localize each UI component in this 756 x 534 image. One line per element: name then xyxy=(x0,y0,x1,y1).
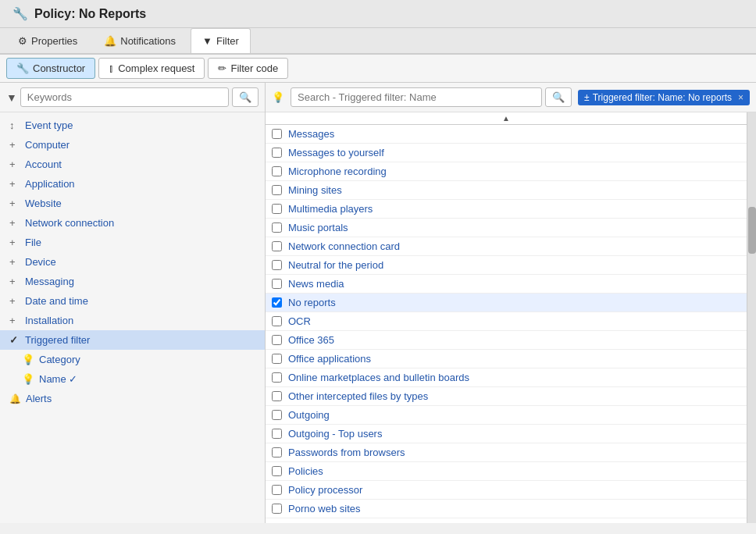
title-bar: 🔧 Policy: No Reports xyxy=(0,0,756,28)
scroll-thumb[interactable] xyxy=(748,207,756,254)
tree-list: ↕ Event type + Computer + Account + Appl… xyxy=(0,112,265,523)
properties-icon: ⚙ xyxy=(18,35,27,47)
bulb-icon-category: 💡 xyxy=(22,354,34,365)
keywords-input[interactable] xyxy=(20,87,229,107)
filter-code-button[interactable]: ✏ Filter code xyxy=(208,58,288,79)
list-item-office-365[interactable]: Office 365 xyxy=(266,331,747,350)
list-item-passwords-from-browsers[interactable]: Passwords from browsers xyxy=(266,443,747,462)
checkbox-network-connection-card[interactable] xyxy=(272,241,282,251)
tree-item-category[interactable]: 💡 Category xyxy=(0,350,265,369)
checkbox-outgoing[interactable] xyxy=(272,410,282,420)
list-item-messages[interactable]: Messages xyxy=(266,125,747,144)
items-list: ▲ Messages Messages to yourself Micropho… xyxy=(266,112,747,523)
right-search-bar: 💡 🔍 ± Triggered filter: Name: No reports… xyxy=(266,83,756,112)
list-item-other-intercepted[interactable]: Other intercepted files by types xyxy=(266,387,747,406)
tree-item-device[interactable]: + Device xyxy=(0,252,265,272)
keyword-search-bar: ▼ 🔍 xyxy=(0,83,265,112)
tree-item-installation[interactable]: + Installation xyxy=(0,311,265,330)
tab-bar: ⚙ Properties 🔔 Notifications ▼ Filter xyxy=(0,28,756,55)
checkbox-outgoing-top-users[interactable] xyxy=(272,429,282,439)
tree-item-triggered-filter[interactable]: ✓ Triggered filter xyxy=(0,330,265,350)
list-item-mining-sites[interactable]: Mining sites xyxy=(266,181,747,200)
bell-icon-alerts: 🔔 xyxy=(9,393,21,404)
complex-request-button[interactable]: ⫿ Complex request xyxy=(98,58,205,79)
list-item-news-media[interactable]: News media xyxy=(266,275,747,294)
checkbox-passwords-from-browsers[interactable] xyxy=(272,447,282,457)
wrench-icon: 🔧 xyxy=(12,6,28,21)
triggered-filter-search-input[interactable] xyxy=(291,87,542,107)
left-panel: ▼ 🔍 ↕ Event type + Computer + Account + … xyxy=(0,83,266,523)
checkbox-messages-to-yourself[interactable] xyxy=(272,148,282,158)
list-item-microphone-recording[interactable]: Microphone recording xyxy=(266,162,747,181)
right-search-button[interactable]: 🔍 xyxy=(545,87,572,107)
checkbox-ocr[interactable] xyxy=(272,316,282,326)
checkbox-online-marketplaces[interactable] xyxy=(272,372,282,383)
right-scrollbar[interactable] xyxy=(747,112,756,523)
filter-tag: ± Triggered filter: Name: No reports × xyxy=(578,90,750,105)
list-item-music-portals[interactable]: Music portals xyxy=(266,219,747,237)
tree-item-computer[interactable]: + Computer xyxy=(0,135,265,155)
constructor-button[interactable]: 🔧 Constructor xyxy=(6,58,95,79)
tree-item-name[interactable]: 💡 Name ✓ xyxy=(0,369,265,389)
list-item-policies[interactable]: Policies xyxy=(266,462,747,481)
list-item-office-applications[interactable]: Office applications xyxy=(266,350,747,368)
complex-request-icon: ⫿ xyxy=(109,62,114,74)
checkbox-policies[interactable] xyxy=(272,466,282,476)
list-item-ocr[interactable]: OCR xyxy=(266,312,747,331)
tab-properties[interactable]: ⚙ Properties xyxy=(6,28,89,53)
checkbox-other-intercepted[interactable] xyxy=(272,391,282,401)
tree-item-account[interactable]: + Account xyxy=(0,155,265,174)
checkbox-mining-sites[interactable] xyxy=(272,185,282,195)
tree-item-alerts[interactable]: 🔔 Alerts xyxy=(0,389,265,408)
checkbox-messages[interactable] xyxy=(272,129,282,139)
main-area: ▼ 🔍 ↕ Event type + Computer + Account + … xyxy=(0,83,756,523)
checkbox-policy-processor[interactable] xyxy=(272,485,282,495)
list-item-outgoing[interactable]: Outgoing xyxy=(266,406,747,425)
toolbar: 🔧 Constructor ⫿ Complex request ✏ Filter… xyxy=(0,55,756,83)
triggered-filter-icon: 💡 xyxy=(272,91,284,103)
checkbox-office-applications[interactable] xyxy=(272,354,282,364)
filter-tag-plus: ± xyxy=(584,92,590,103)
filter-code-icon: ✏ xyxy=(218,62,226,74)
list-item-network-connection-card[interactable]: Network connection card xyxy=(266,237,747,256)
tab-notifications[interactable]: 🔔 Notifications xyxy=(92,28,187,53)
list-item-online-marketplaces[interactable]: Online marketplaces and bulletin boards xyxy=(266,368,747,387)
tab-filter[interactable]: ▼ Filter xyxy=(191,28,251,53)
list-item-policy-processor[interactable]: Policy processor xyxy=(266,481,747,500)
page-title: Policy: No Reports xyxy=(34,7,146,21)
right-panel: 💡 🔍 ± Triggered filter: Name: No reports… xyxy=(266,83,756,523)
filter-tag-text: Triggered filter: Name: No reports xyxy=(593,92,732,103)
tree-item-network-connection[interactable]: + Network connection xyxy=(0,213,265,233)
filter-tab-icon: ▼ xyxy=(202,35,212,47)
checkbox-neutral-for-the-period[interactable] xyxy=(272,260,282,270)
list-item-no-reports[interactable]: No reports xyxy=(266,294,747,312)
keywords-filter-icon: ▼ xyxy=(6,91,17,104)
scroll-up-arrow[interactable]: ▲ xyxy=(266,112,747,125)
tree-item-website[interactable]: + Website xyxy=(0,194,265,213)
tree-item-event-type[interactable]: ↕ Event type xyxy=(0,116,265,135)
checkbox-multimedia-players[interactable] xyxy=(272,204,282,214)
checkbox-microphone-recording[interactable] xyxy=(272,166,282,176)
bell-icon: 🔔 xyxy=(104,35,116,47)
bulb-icon-name: 💡 xyxy=(22,373,34,385)
list-item-messages-to-yourself[interactable]: Messages to yourself xyxy=(266,144,747,162)
checkbox-no-reports[interactable] xyxy=(272,297,282,308)
checkbox-office-365[interactable] xyxy=(272,335,282,345)
list-item-outgoing-top-users[interactable]: Outgoing - Top users xyxy=(266,425,747,443)
list-item-multimedia-players[interactable]: Multimedia players xyxy=(266,200,747,219)
checkbox-porno-web-sites[interactable] xyxy=(272,504,282,514)
tree-item-messaging[interactable]: + Messaging xyxy=(0,272,265,291)
list-item-neutral-for-the-period[interactable]: Neutral for the period xyxy=(266,256,747,275)
tree-item-date-and-time[interactable]: + Date and time xyxy=(0,291,265,311)
constructor-icon: 🔧 xyxy=(16,62,29,74)
checkbox-music-portals[interactable] xyxy=(272,222,282,233)
tree-item-file[interactable]: + File xyxy=(0,233,265,252)
checkbox-news-media[interactable] xyxy=(272,279,282,289)
keywords-search-button[interactable]: 🔍 xyxy=(232,87,259,107)
list-item-porno-web-sites[interactable]: Porno web sites xyxy=(266,500,747,518)
tree-item-application[interactable]: + Application xyxy=(0,174,265,194)
filter-tag-close[interactable]: × xyxy=(738,92,744,103)
